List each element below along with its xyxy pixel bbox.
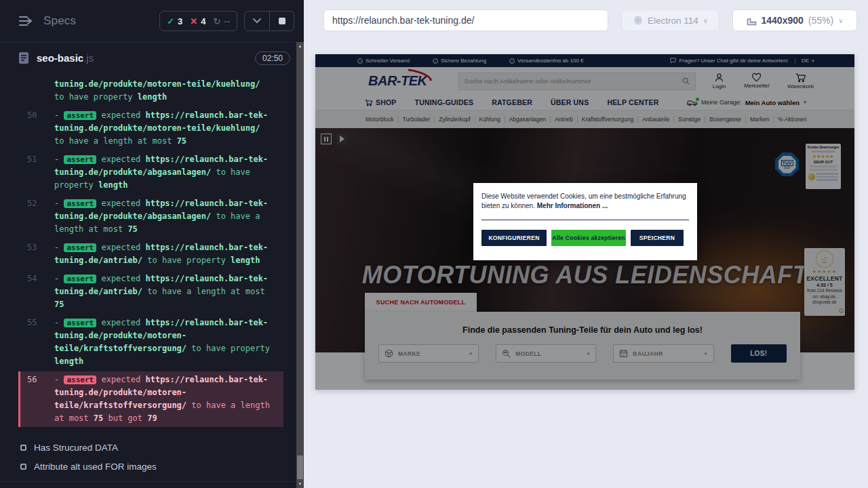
assert-badge: assert	[64, 199, 96, 208]
divider	[481, 220, 689, 220]
x-icon: ✕	[190, 16, 197, 26]
spec-file-name: seo-basic	[37, 52, 83, 64]
cookie-configure-button[interactable]: KONFIGURIEREN	[481, 230, 547, 246]
spec-file-icon	[19, 52, 28, 64]
collapse-button[interactable]	[245, 12, 269, 30]
pending-check-row[interactable]: Attribute alt used FOR images	[20, 457, 290, 476]
more-info-link[interactable]: Mehr Informationen ...	[537, 202, 608, 209]
log-line-number: 51	[20, 153, 54, 192]
stat-failed: ✕4	[190, 16, 205, 26]
browser-selector[interactable]: Electron 114 ∨	[622, 9, 719, 31]
pending-checkbox-icon	[20, 445, 26, 451]
divider	[0, 481, 304, 482]
assert-badge: assert	[64, 319, 96, 327]
log-entry[interactable]: 51- assert expected https://relaunch.bar…	[20, 151, 283, 194]
log-entry[interactable]: 54- assert expected https://relaunch.bar…	[20, 270, 283, 313]
log-message: - assert expected https://relaunch.bar-t…	[54, 197, 283, 236]
pending-check-label: Attribute alt used FOR images	[34, 462, 157, 472]
assert-badge: assert	[64, 274, 96, 283]
runner-controls	[244, 11, 294, 31]
scrollbar-thumb[interactable]	[297, 455, 303, 479]
pending-check-label: Has Strucured DATA	[34, 443, 118, 453]
chevron-down-icon: ∨	[838, 17, 843, 24]
spec-file-row[interactable]: seo-basic .js 02:50	[0, 43, 304, 73]
specs-menu-icon[interactable]	[19, 15, 34, 27]
stop-button[interactable]	[269, 12, 294, 30]
log-message: - assert expected https://relaunch.bar-t…	[54, 272, 283, 311]
log-message: - assert expected https://relaunch.bar-t…	[54, 153, 283, 192]
log-line-number: 52	[20, 197, 54, 236]
log-entry[interactable]: 52- assert expected https://relaunch.bar…	[20, 195, 283, 238]
cookie-consent-dialog: Diese Website verwendet Cookies, um eine…	[473, 183, 697, 260]
log-line-number	[20, 78, 54, 104]
viewport-selector[interactable]: 1440x900 (55%) ∨	[732, 9, 857, 31]
log-line-number: 53	[20, 241, 54, 267]
log-entry[interactable]: tuning.de/produkte/motoren-teile/kuehlun…	[20, 76, 283, 106]
stop-icon	[279, 18, 285, 24]
assert-badge: assert	[64, 375, 96, 384]
cookie-text: Diese Website verwendet Cookies, um eine…	[481, 192, 689, 210]
site-viewport: ✓Schneller Versand✓Sichere Bezahlung✓Ver…	[315, 54, 854, 390]
stat-pending: ↻--	[213, 16, 230, 26]
ruler-icon	[747, 16, 757, 26]
command-log: tuning.de/produkte/motoren-teile/kuehlun…	[20, 76, 283, 427]
viewport-zoom: (55%)	[808, 15, 833, 26]
log-entry[interactable]: 55- assert expected https://relaunch.bar…	[20, 314, 283, 370]
spec-duration-badge: 02:50	[255, 52, 290, 65]
test-reporter-panel: Specs ✓3 ✕4 ↻-- seo-basic .js 02:50 tuni…	[0, 0, 304, 488]
chevron-down-icon: ∨	[703, 17, 708, 24]
runner-url-bar: https://relaunch.bar-tek-tuning.de/ Elec…	[304, 0, 868, 41]
reporter-header: Specs ✓3 ✕4 ↻--	[0, 0, 304, 42]
assert-badge: assert	[64, 111, 96, 120]
viewport-size: 1440x900	[762, 15, 804, 26]
scroll-down-icon[interactable]: ▼	[296, 480, 304, 488]
log-message: - assert expected https://relaunch.bar-t…	[54, 317, 283, 368]
spec-file-ext: .js	[83, 52, 94, 64]
url-input[interactable]: https://relaunch.bar-tek-tuning.de/	[323, 9, 608, 31]
specs-title: Specs	[43, 14, 76, 28]
log-message: - assert expected https://relaunch.bar-t…	[54, 241, 283, 267]
cookie-accept-all-button[interactable]: Alle Cookies akzeptieren	[551, 230, 626, 246]
electron-icon	[633, 16, 643, 25]
log-line-number: 56	[20, 373, 54, 425]
log-line-number: 55	[20, 317, 54, 368]
pending-icon: ↻	[213, 16, 220, 26]
assert-badge: assert	[64, 243, 96, 252]
browser-preview-area: https://relaunch.bar-tek-tuning.de/ Elec…	[304, 0, 868, 488]
log-line-number: 54	[20, 272, 54, 311]
reporter-scrollbar[interactable]: ▲ ▼	[296, 42, 304, 488]
log-entry[interactable]: 50- assert expected https://relaunch.bar…	[20, 107, 283, 150]
pending-checkbox-icon	[20, 464, 26, 470]
browser-name: Electron 114	[648, 16, 698, 26]
log-message: tuning.de/produkte/motoren-teile/kuehlun…	[54, 78, 283, 104]
pending-check-list: Has Strucured DATAAttribute alt used FOR…	[20, 438, 290, 476]
log-entry[interactable]: 56- assert expected https://relaunch.bar…	[18, 371, 283, 427]
cookie-save-button[interactable]: SPEICHERN	[631, 230, 684, 246]
check-icon: ✓	[167, 16, 174, 26]
scroll-up-icon[interactable]: ▲	[296, 42, 304, 50]
assert-badge: assert	[64, 155, 96, 164]
log-line-number: 50	[20, 109, 54, 148]
stat-passed: ✓3	[167, 16, 182, 26]
log-entry[interactable]: 53- assert expected https://relaunch.bar…	[20, 239, 283, 269]
log-message: - assert expected https://relaunch.bar-t…	[54, 373, 283, 425]
log-message: - assert expected https://relaunch.bar-t…	[54, 109, 283, 148]
pending-check-row[interactable]: Has Strucured DATA	[20, 438, 290, 457]
test-stats: ✓3 ✕4 ↻--	[159, 11, 237, 31]
